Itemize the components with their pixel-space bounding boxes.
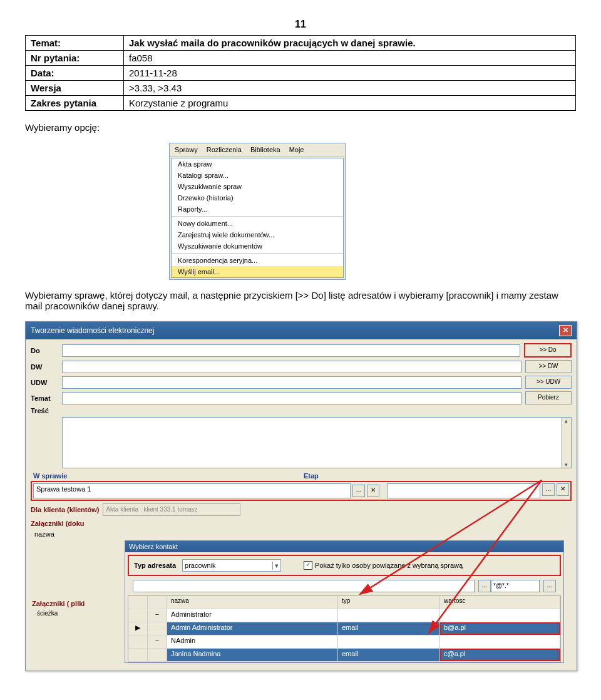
menu-item[interactable]: Korespondencja seryjna... (172, 255, 343, 266)
etap-input[interactable] (387, 483, 540, 498)
input-temat[interactable] (62, 392, 521, 404)
info-data-label: Data: (26, 66, 124, 81)
grid-cell-name[interactable]: NAdmin (167, 636, 338, 648)
info-temat-label: Temat: (26, 36, 124, 51)
menu-bar-item[interactable]: Biblioteka (250, 146, 280, 153)
typ-adresata-select[interactable]: pracownik ▾ (182, 559, 281, 572)
menu-bar-item[interactable]: Sprawy (175, 146, 198, 153)
grid-cell-val (440, 636, 560, 648)
zalaczniki-doku-label: Załączniki (doku (31, 520, 572, 527)
label-dw: DW (31, 363, 62, 371)
etap-clear-button[interactable]: ✕ (557, 483, 569, 496)
info-nr-label: Nr pytania: (26, 51, 124, 66)
etap-browse-button[interactable]: ... (542, 483, 555, 496)
info-zakres-label: Zakres pytania (26, 96, 124, 111)
btn-do[interactable]: >> Do (524, 343, 572, 358)
checkbox-pokaz-label: Pokaż tylko osoby powiązane z wybraną sp… (315, 562, 463, 569)
contact-mask-input[interactable]: *@*.* (491, 580, 540, 592)
close-icon[interactable]: ✕ (559, 325, 572, 336)
contact-title: Wybierz kontakt (129, 543, 178, 550)
page-number: 11 (25, 19, 576, 30)
expand-icon[interactable]: − (148, 609, 167, 622)
info-table: Temat: Jak wysłać maila do pracowników p… (25, 35, 576, 111)
btn-dw[interactable]: >> DW (525, 360, 572, 373)
email-dialog: Tworzenie wiadomości elektronicznej ✕ Do… (25, 321, 577, 671)
grid-cell-typ (338, 609, 440, 622)
scroll-down-icon[interactable]: ▾ (562, 461, 571, 468)
sprawa-input[interactable]: Sprawa testowa 1 (33, 483, 351, 498)
info-wersja-value: >3.33, >3.43 (124, 81, 576, 96)
grid-cell-typ: email (338, 649, 440, 661)
menu-item[interactable]: Katalogi spraw... (172, 170, 343, 181)
label-do: Do (31, 347, 62, 354)
label-temat: Temat (31, 394, 62, 402)
body-text-1: Wybieramy opcję: (25, 122, 576, 133)
info-zakres-value: Korzystanie z programu (124, 96, 576, 111)
grid-cell-name[interactable]: Administrator (167, 609, 338, 622)
grid-cell-typ (338, 636, 440, 648)
menu-bar-item[interactable]: Rozliczenia (207, 146, 242, 153)
sprawa-browse-button[interactable]: ... (352, 485, 365, 497)
textarea-tresc[interactable]: ▴▾ (62, 417, 572, 468)
menu-item[interactable]: Wyszukiwanie spraw (172, 181, 343, 192)
contact-dialog: Wybierz kontakt Typ adresata pracownik ▾… (125, 540, 564, 663)
checkbox-pokaz[interactable]: ✓ (304, 561, 312, 570)
menu-bar-item[interactable]: Moje (289, 146, 304, 153)
typ-adresata-label: Typ adresata (134, 562, 176, 569)
grid-cell-name[interactable]: Admin Administrator (167, 622, 338, 635)
grid-cell-val: b@a.pl (440, 622, 560, 635)
menu-item-selected[interactable]: Wyślij email... (172, 266, 343, 277)
menu-item[interactable]: Wyszukiwanie dokumentów (172, 240, 343, 252)
label-udw: UDW (31, 379, 62, 386)
grid-cell-val: c@a.pl (440, 649, 560, 661)
menu-bar: Sprawy Rozliczenia Biblioteka Moje (170, 143, 345, 157)
menu-item[interactable]: Akta spraw (172, 158, 343, 170)
contact-mask-browse[interactable]: ... (543, 580, 556, 592)
input-do[interactable] (62, 344, 520, 357)
input-dw[interactable] (62, 361, 521, 373)
sprawa-clear-button[interactable]: ✕ (367, 485, 379, 497)
menu-item[interactable]: Drzewko (historia) (172, 192, 343, 203)
dla-klienta-label: Dla klienta (klientów) (31, 506, 99, 513)
menu-item[interactable]: Nowy dokument... (172, 218, 343, 229)
info-temat-value: Jak wysłać maila do pracowników pracując… (124, 36, 576, 51)
zalaczniki-pliki-label: Załączniki ( pliki (32, 600, 85, 607)
nazwa-header: nazwa (31, 529, 572, 539)
contact-grid: nazwa typ wartosc − Administrator ▶ (128, 595, 561, 662)
etap-label: Etap (301, 470, 572, 481)
info-data-value: 2011-11-28 (124, 66, 576, 81)
contact-filter-browse[interactable]: ... (478, 580, 491, 592)
label-tresc: Treść (31, 407, 62, 414)
menu-screenshot: Sprawy Rozliczenia Biblioteka Moje Akta … (169, 143, 346, 280)
sciezka-header: ścieżka (37, 610, 58, 617)
menu-item[interactable]: Raporty... (172, 203, 343, 215)
dla-klienta-value: Akta klienta : klient 333.1 tomasz (103, 503, 240, 516)
info-wersja-label: Wersja (26, 81, 124, 96)
typ-adresata-value: pracownik (185, 562, 216, 569)
btn-udw[interactable]: >> UDW (525, 376, 572, 389)
grid-hdr-val: wartosc (440, 596, 560, 609)
dialog-title: Tworzenie wiadomości elektronicznej (31, 326, 154, 335)
grid-cell-typ: email (338, 622, 440, 635)
scroll-up-icon[interactable]: ▴ (562, 418, 571, 424)
grid-hdr-name: nazwa (167, 596, 338, 609)
contact-filter-input[interactable] (133, 580, 475, 592)
grid-cell-name[interactable]: Janina Nadmina (167, 649, 338, 661)
input-udw[interactable] (62, 376, 521, 389)
grid-hdr-typ: typ (338, 596, 440, 609)
chevron-down-icon: ▾ (272, 562, 279, 570)
btn-pobierz[interactable]: Pobierz (525, 391, 572, 404)
body-text-2: Wybieramy sprawę, której dotyczy mail, a… (25, 290, 576, 311)
grid-cell-val (440, 609, 560, 622)
sprawa-label: W sprawie (31, 470, 301, 481)
menu-item[interactable]: Zarejestruj wiele dokumentów... (172, 229, 343, 240)
expand-icon[interactable]: − (148, 636, 167, 648)
dialog-titlebar: Tworzenie wiadomości elektronicznej ✕ (26, 322, 577, 339)
info-nr-value: fa058 (124, 51, 576, 66)
